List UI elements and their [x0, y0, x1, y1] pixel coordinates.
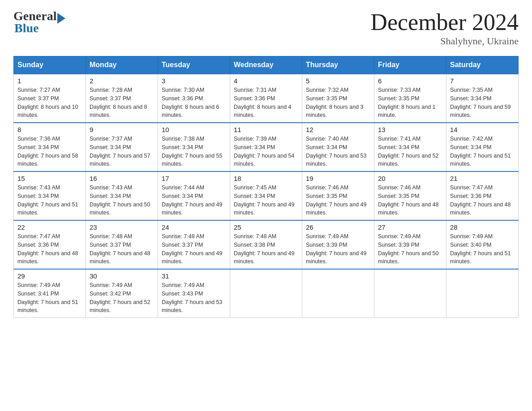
sunrise-label: Sunrise: 7:31 AM [234, 87, 276, 93]
sunrise-label: Sunrise: 7:49 AM [450, 233, 493, 240]
day-info: Sunrise: 7:47 AM Sunset: 3:36 PM Dayligh… [450, 184, 515, 217]
day-number: 17 [162, 175, 226, 182]
sunrise-label: Sunrise: 7:32 AM [306, 87, 348, 93]
sunset-label: Sunset: 3:39 PM [378, 242, 419, 248]
daylight-label: Daylight: 7 hours and 53 minutes. [162, 299, 223, 314]
day-info: Sunrise: 7:46 AM Sunset: 3:35 PM Dayligh… [378, 184, 442, 217]
calendar-cell: 23 Sunrise: 7:48 AM Sunset: 3:37 PM Dayl… [86, 220, 158, 269]
sunset-label: Sunset: 3:34 PM [90, 144, 131, 150]
day-info: Sunrise: 7:43 AM Sunset: 3:34 PM Dayligh… [17, 184, 82, 217]
sunrise-label: Sunrise: 7:41 AM [378, 136, 420, 142]
calendar-cell [302, 269, 374, 318]
day-number: 8 [17, 126, 82, 133]
day-number: 7 [450, 77, 515, 85]
column-header-saturday: Saturday [446, 56, 519, 74]
sunset-label: Sunset: 3:34 PM [90, 193, 131, 199]
day-number: 22 [17, 223, 82, 231]
daylight-label: Daylight: 7 hours and 51 minutes. [450, 250, 511, 265]
day-info: Sunrise: 7:48 AM Sunset: 3:37 PM Dayligh… [90, 232, 154, 266]
calendar-cell: 26 Sunrise: 7:49 AM Sunset: 3:39 PM Dayl… [302, 220, 374, 269]
day-number: 1 [17, 77, 82, 85]
daylight-label: Daylight: 7 hours and 49 minutes. [162, 250, 223, 265]
sunset-label: Sunset: 3:38 PM [234, 242, 275, 248]
sunrise-label: Sunrise: 7:42 AM [450, 136, 493, 142]
sunrise-label: Sunrise: 7:49 AM [162, 282, 204, 288]
daylight-label: Daylight: 7 hours and 57 minutes. [90, 153, 150, 167]
daylight-label: Daylight: 7 hours and 49 minutes. [234, 201, 295, 216]
sunset-label: Sunset: 3:37 PM [162, 242, 203, 248]
sunset-label: Sunset: 3:39 PM [306, 242, 347, 248]
sunrise-label: Sunrise: 7:28 AM [90, 87, 132, 93]
calendar-cell: 2 Sunrise: 7:28 AM Sunset: 3:37 PM Dayli… [86, 74, 158, 123]
day-number: 28 [450, 223, 515, 231]
sunrise-label: Sunrise: 7:27 AM [17, 87, 60, 93]
calendar-cell: 1 Sunrise: 7:27 AM Sunset: 3:37 PM Dayli… [14, 74, 86, 123]
calendar-cell: 7 Sunrise: 7:35 AM Sunset: 3:34 PM Dayli… [446, 74, 519, 123]
day-info: Sunrise: 7:49 AM Sunset: 3:42 PM Dayligh… [90, 281, 154, 315]
calendar-cell: 29 Sunrise: 7:49 AM Sunset: 3:41 PM Dayl… [14, 269, 86, 318]
page-header: General Blue December 2024 Shalyhyne, Uk… [13, 9, 519, 47]
day-info: Sunrise: 7:33 AM Sunset: 3:35 PM Dayligh… [378, 86, 442, 120]
day-info: Sunrise: 7:49 AM Sunset: 3:39 PM Dayligh… [306, 232, 370, 266]
column-header-tuesday: Tuesday [158, 56, 230, 74]
calendar-cell: 14 Sunrise: 7:42 AM Sunset: 3:34 PM Dayl… [446, 123, 519, 171]
day-info: Sunrise: 7:42 AM Sunset: 3:34 PM Dayligh… [450, 135, 515, 168]
daylight-label: Daylight: 7 hours and 52 minutes. [378, 153, 439, 167]
day-info: Sunrise: 7:47 AM Sunset: 3:36 PM Dayligh… [17, 232, 82, 266]
sunset-label: Sunset: 3:37 PM [90, 95, 131, 102]
sunset-label: Sunset: 3:37 PM [90, 242, 131, 248]
daylight-label: Daylight: 7 hours and 48 minutes. [90, 250, 150, 265]
daylight-label: Daylight: 8 hours and 3 minutes. [306, 104, 364, 119]
daylight-label: Daylight: 7 hours and 51 minutes. [17, 201, 78, 216]
day-number: 24 [162, 223, 226, 231]
sunrise-label: Sunrise: 7:48 AM [90, 233, 132, 240]
location-subtitle: Shalyhyne, Ukraine [370, 35, 519, 47]
day-number: 14 [450, 126, 515, 133]
day-number: 20 [378, 175, 442, 182]
day-info: Sunrise: 7:44 AM Sunset: 3:34 PM Dayligh… [162, 184, 226, 217]
sunset-label: Sunset: 3:34 PM [162, 193, 203, 199]
day-info: Sunrise: 7:36 AM Sunset: 3:34 PM Dayligh… [17, 135, 82, 168]
daylight-label: Daylight: 8 hours and 1 minute. [378, 104, 436, 119]
calendar-cell: 30 Sunrise: 7:49 AM Sunset: 3:42 PM Dayl… [86, 269, 158, 318]
daylight-label: Daylight: 7 hours and 52 minutes. [90, 299, 150, 314]
day-number: 26 [306, 223, 370, 231]
sunset-label: Sunset: 3:41 PM [17, 291, 59, 297]
month-year-title: December 2024 [370, 9, 519, 35]
day-number: 18 [234, 175, 298, 182]
day-info: Sunrise: 7:49 AM Sunset: 3:43 PM Dayligh… [162, 281, 226, 315]
logo: General Blue [13, 9, 65, 35]
day-info: Sunrise: 7:28 AM Sunset: 3:37 PM Dayligh… [90, 86, 154, 120]
sunrise-label: Sunrise: 7:49 AM [378, 233, 420, 240]
sunrise-label: Sunrise: 7:38 AM [162, 136, 204, 142]
sunset-label: Sunset: 3:34 PM [450, 95, 491, 102]
sunset-label: Sunset: 3:35 PM [378, 193, 419, 199]
day-info: Sunrise: 7:38 AM Sunset: 3:34 PM Dayligh… [162, 135, 226, 168]
calendar-cell: 6 Sunrise: 7:33 AM Sunset: 3:35 PM Dayli… [374, 74, 446, 123]
sunrise-label: Sunrise: 7:43 AM [90, 184, 132, 191]
calendar-cell: 27 Sunrise: 7:49 AM Sunset: 3:39 PM Dayl… [374, 220, 446, 269]
calendar-cell: 8 Sunrise: 7:36 AM Sunset: 3:34 PM Dayli… [14, 123, 86, 171]
day-number: 29 [17, 272, 82, 280]
daylight-label: Daylight: 7 hours and 53 minutes. [306, 153, 367, 167]
calendar-cell: 3 Sunrise: 7:30 AM Sunset: 3:36 PM Dayli… [158, 74, 230, 123]
daylight-label: Daylight: 7 hours and 51 minutes. [450, 153, 511, 167]
column-header-wednesday: Wednesday [230, 56, 302, 74]
sunrise-label: Sunrise: 7:47 AM [450, 184, 493, 191]
day-number: 15 [17, 175, 82, 182]
sunrise-label: Sunrise: 7:44 AM [162, 184, 204, 191]
day-info: Sunrise: 7:31 AM Sunset: 3:36 PM Dayligh… [234, 86, 298, 120]
sunrise-label: Sunrise: 7:46 AM [306, 184, 348, 191]
sunset-label: Sunset: 3:34 PM [17, 193, 59, 199]
calendar-cell: 5 Sunrise: 7:32 AM Sunset: 3:35 PM Dayli… [302, 74, 374, 123]
daylight-label: Daylight: 7 hours and 54 minutes. [234, 153, 295, 167]
day-info: Sunrise: 7:46 AM Sunset: 3:35 PM Dayligh… [306, 184, 370, 217]
daylight-label: Daylight: 7 hours and 49 minutes. [162, 201, 223, 216]
daylight-label: Daylight: 7 hours and 48 minutes. [378, 201, 439, 216]
day-number: 19 [306, 175, 370, 182]
sunset-label: Sunset: 3:43 PM [162, 291, 203, 297]
day-number: 12 [306, 126, 370, 133]
day-number: 30 [90, 272, 154, 280]
sunrise-label: Sunrise: 7:35 AM [450, 87, 493, 93]
calendar-cell: 12 Sunrise: 7:40 AM Sunset: 3:34 PM Dayl… [302, 123, 374, 171]
